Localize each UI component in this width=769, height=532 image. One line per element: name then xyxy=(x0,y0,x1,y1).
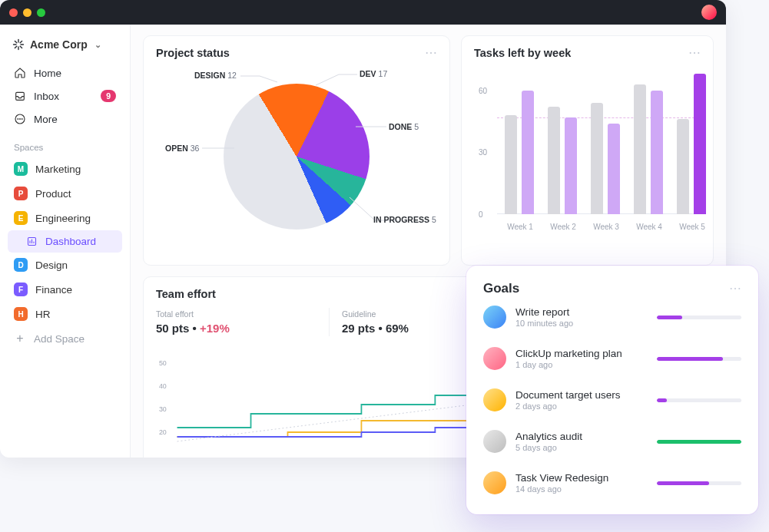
card-title: Tasks left by week xyxy=(474,47,701,59)
x-label: Week 1 xyxy=(497,223,543,231)
svg-text:50: 50 xyxy=(159,359,167,367)
sidebar-space-design[interactable]: DDesign xyxy=(8,253,122,277)
titlebar xyxy=(0,0,726,25)
svg-line-4 xyxy=(15,41,16,42)
y-tick: 60 xyxy=(479,86,487,94)
space-color-icon: F xyxy=(14,283,28,296)
traffic-lights xyxy=(9,8,45,17)
workspace-switcher[interactable]: Acme Corp ⌄ xyxy=(8,35,122,61)
minimize-window-button[interactable] xyxy=(23,8,31,17)
space-color-icon: D xyxy=(14,258,28,272)
card-tasks-left: Tasks left by week ⋯ 03060Week 1Week 2We… xyxy=(461,35,714,266)
sidebar: Acme Corp ⌄ Home Inbox 9 More Spaces MMa… xyxy=(0,25,131,458)
goal-progress-bar xyxy=(657,398,741,402)
card-project-status: Project status ⋯ DEV17 DONE5 IN PROGRESS… xyxy=(143,35,450,266)
pie-label-open: OPEN36 xyxy=(165,144,199,153)
add-space-button[interactable]: + Add Space xyxy=(8,326,122,351)
x-label: Week 2 xyxy=(540,223,586,231)
goal-updated-time: 14 days ago xyxy=(515,484,648,494)
svg-line-6 xyxy=(20,41,22,42)
goals-title: Goals xyxy=(483,281,741,296)
card-menu-button[interactable]: ⋯ xyxy=(425,45,439,60)
workspace-name: Acme Corp xyxy=(30,38,88,51)
svg-line-5 xyxy=(20,46,22,48)
chevron-down-icon: ⌄ xyxy=(94,40,101,50)
x-label: Week 3 xyxy=(583,223,629,231)
nav-inbox-label: Inbox xyxy=(34,91,59,102)
y-tick: 30 xyxy=(479,148,487,157)
pie-label-design: DESIGN12 xyxy=(194,71,237,80)
space-label: Design xyxy=(35,259,68,271)
space-label: Finance xyxy=(35,284,72,296)
inbox-icon xyxy=(14,90,26,102)
space-color-icon: H xyxy=(14,307,28,321)
dashboard-icon xyxy=(26,236,38,247)
svg-line-7 xyxy=(15,46,16,48)
goal-owner-avatar xyxy=(483,388,506,411)
more-icon xyxy=(14,113,26,125)
card-title: Project status xyxy=(156,47,437,59)
bar-group: Week 2 xyxy=(548,107,582,214)
goal-progress-bar xyxy=(657,481,741,485)
nav-more[interactable]: More xyxy=(8,107,122,131)
goal-owner-avatar xyxy=(483,306,506,329)
space-color-icon: P xyxy=(14,187,28,200)
sidebar-space-engineering[interactable]: EEngineering xyxy=(8,206,122,230)
project-status-pie-chart xyxy=(224,84,370,230)
goals-card: Goals ⋯ Write report 10 minutes ago Clic… xyxy=(466,266,758,514)
maximize-window-button[interactable] xyxy=(37,8,45,17)
goal-progress-bar xyxy=(657,440,741,444)
space-label: HR xyxy=(35,309,51,320)
nav-inbox[interactable]: Inbox 9 xyxy=(8,84,122,107)
goal-name: Analytics audit xyxy=(515,431,648,442)
space-label: Marketing xyxy=(35,164,81,175)
goal-owner-avatar xyxy=(483,430,506,453)
pie-label-done: DONE5 xyxy=(389,122,419,131)
goal-name: ClickUp marketing plan xyxy=(515,348,648,359)
goal-updated-time: 10 minutes ago xyxy=(515,319,648,328)
goal-row[interactable]: Document target users 2 days ago xyxy=(483,379,741,421)
space-color-icon: E xyxy=(14,211,28,225)
bar-group: Week 3 xyxy=(591,103,625,214)
goal-updated-time: 5 days ago xyxy=(515,443,648,452)
sidebar-space-marketing[interactable]: MMarketing xyxy=(8,157,122,181)
stat-block: Total effort50 pts • +19% xyxy=(156,308,329,336)
svg-text:40: 40 xyxy=(159,382,167,390)
nav-home-label: Home xyxy=(34,68,61,79)
space-label: Engineering xyxy=(35,213,91,224)
goal-progress-bar xyxy=(657,357,741,361)
tasks-left-bar-chart: 03060Week 1Week 2Week 3Week 4Week 5 xyxy=(497,70,694,214)
dashboard-label: Dashboard xyxy=(45,236,96,247)
nav-more-label: More xyxy=(34,114,58,125)
goal-name: Write report xyxy=(515,306,648,318)
goal-row[interactable]: Write report 10 minutes ago xyxy=(483,296,741,338)
card-menu-button[interactable]: ⋯ xyxy=(688,45,702,60)
goals-menu-button[interactable]: ⋯ xyxy=(729,281,743,296)
inbox-unread-badge: 9 xyxy=(101,90,116,102)
sidebar-space-finance[interactable]: FFinance xyxy=(8,277,122,302)
add-space-label: Add Space xyxy=(34,333,85,345)
goal-updated-time: 2 days ago xyxy=(515,401,648,411)
space-label: Product xyxy=(35,188,71,200)
bar-group: Week 4 xyxy=(634,84,668,214)
nav-home[interactable]: Home xyxy=(8,61,122,84)
goal-row[interactable]: Task View Redesign 14 days ago xyxy=(483,462,741,504)
space-color-icon: M xyxy=(14,162,28,176)
sidebar-space-hr[interactable]: HHR xyxy=(8,302,122,326)
current-user-avatar[interactable] xyxy=(701,5,717,20)
sidebar-space-product[interactable]: PProduct xyxy=(8,181,122,206)
x-label: Week 4 xyxy=(626,223,672,231)
y-tick: 0 xyxy=(479,210,483,219)
home-icon xyxy=(14,67,26,79)
spaces-section-label: Spaces xyxy=(8,131,122,157)
bar-group: Week 5 xyxy=(677,74,711,214)
close-window-button[interactable] xyxy=(9,8,18,17)
sidebar-dashboard[interactable]: Dashboard xyxy=(8,230,122,253)
pie-label-dev: DEV17 xyxy=(360,69,387,78)
goal-row[interactable]: Analytics audit 5 days ago xyxy=(483,421,741,462)
goal-row[interactable]: ClickUp marketing plan 1 day ago xyxy=(483,338,741,379)
workspace-logo-icon xyxy=(12,38,25,51)
x-label: Week 5 xyxy=(669,223,715,231)
goal-owner-avatar xyxy=(483,471,506,494)
bar-group: Week 1 xyxy=(505,91,539,214)
